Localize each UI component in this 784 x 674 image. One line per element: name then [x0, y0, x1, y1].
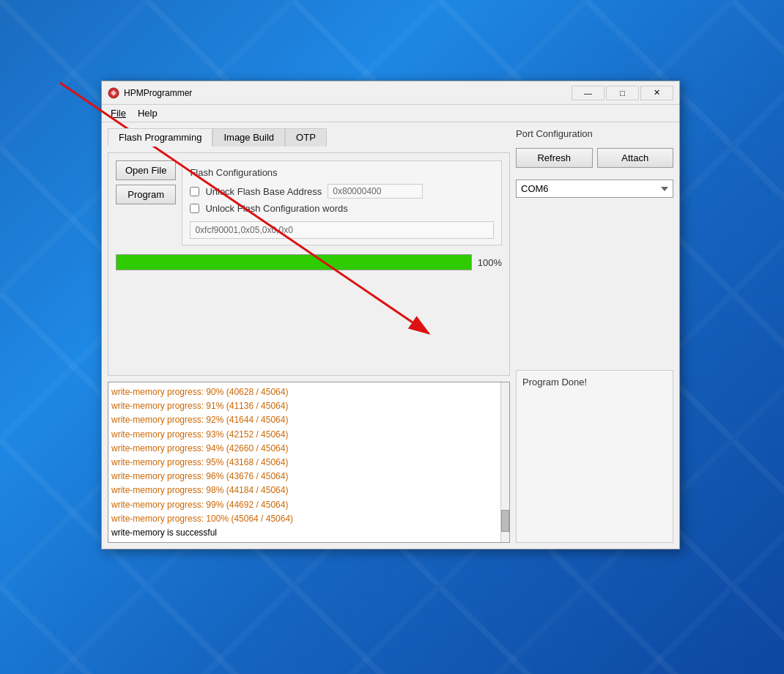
log-area: write-memory progress: 90% (40628 / 4506…: [108, 382, 500, 542]
left-panel: Flash Programming Image Build OTP Open F…: [108, 128, 510, 543]
attach-button[interactable]: Attach: [597, 148, 674, 168]
config-words-input[interactable]: [190, 221, 494, 239]
tab-bar: Flash Programming Image Build OTP: [108, 128, 510, 147]
close-button[interactable]: ✕: [640, 86, 673, 100]
maximize-button[interactable]: □: [606, 86, 639, 100]
tab-flash-programming[interactable]: Flash Programming: [108, 128, 212, 147]
window-title: HPMProgrammer: [124, 88, 192, 98]
app-icon: [108, 87, 119, 99]
progress-label: 100%: [478, 257, 502, 268]
left-inner: Open File Program Flash Configurations U…: [116, 160, 502, 245]
unlock-config-words-row: Unlock Flash Configuration words: [190, 203, 494, 214]
open-file-button[interactable]: Open File: [116, 160, 176, 180]
main-window: HPMProgrammer — □ ✕ File Help Flash Prog…: [101, 81, 680, 549]
menu-file[interactable]: File: [105, 106, 132, 120]
program-done-box: Program Done!: [516, 370, 673, 544]
unlock-base-address-label: Unlock Flash Base Address: [205, 186, 322, 197]
menu-help[interactable]: Help: [132, 106, 163, 120]
unlock-config-words-label: Unlock Flash Configuration words: [205, 203, 347, 214]
tab-image-build[interactable]: Image Build: [212, 128, 285, 147]
unlock-base-address-checkbox[interactable]: [190, 187, 199, 196]
tab-otp[interactable]: OTP: [285, 128, 327, 147]
tab-content: Open File Program Flash Configurations U…: [108, 152, 510, 376]
port-select[interactable]: COM6: [516, 179, 673, 198]
scrollbar-vertical[interactable]: [500, 382, 509, 542]
program-button[interactable]: Program: [116, 185, 176, 204]
flash-config-group: Flash Configurations Unlock Flash Base A…: [182, 160, 502, 245]
scrollbar-thumb[interactable]: [501, 510, 509, 532]
progress-area: 100%: [116, 254, 502, 270]
progress-bar-container: [116, 254, 472, 270]
port-config-label: Port Configuration: [516, 128, 673, 139]
title-bar: HPMProgrammer — □ ✕: [102, 81, 679, 105]
port-buttons: Refresh Attach: [516, 148, 673, 168]
refresh-button[interactable]: Refresh: [516, 148, 593, 168]
log-wrapper: write-memory progress: 90% (40628 / 4506…: [108, 382, 510, 543]
progress-bar-fill: [117, 255, 471, 270]
right-panel: Port Configuration Refresh Attach COM6 P…: [516, 128, 673, 543]
unlock-config-words-checkbox[interactable]: [190, 204, 199, 213]
unlock-base-address-input[interactable]: [328, 184, 423, 199]
button-group: Open File Program: [116, 160, 176, 245]
unlock-base-address-row: Unlock Flash Base Address: [190, 184, 494, 199]
program-done-message: Program Done!: [522, 377, 587, 388]
menu-bar: File Help: [102, 105, 679, 122]
title-bar-left: HPMProgrammer: [108, 87, 192, 99]
minimize-button[interactable]: —: [572, 86, 604, 100]
flash-config-title: Flash Configurations: [190, 167, 494, 178]
title-bar-controls: — □ ✕: [572, 86, 673, 100]
content-area: Flash Programming Image Build OTP Open F…: [102, 122, 679, 549]
